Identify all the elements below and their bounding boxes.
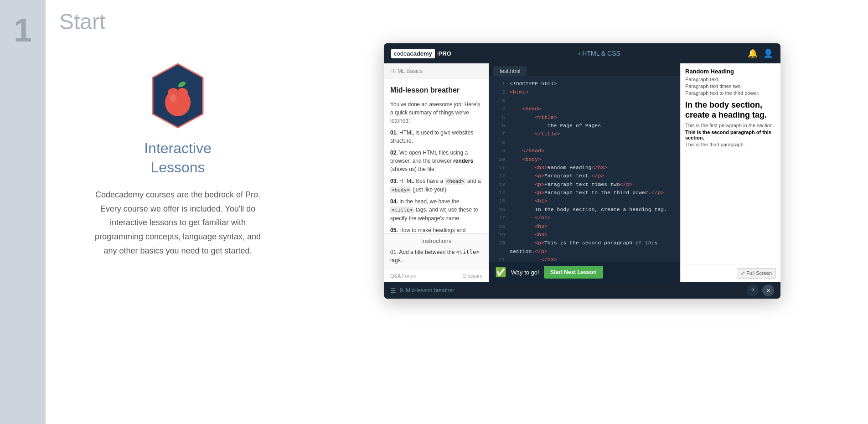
preview-p3: Paragraph text to the third power.: [685, 90, 776, 96]
lesson-panel-content[interactable]: Mid-lesson breather You've done an aweso…: [384, 79, 489, 233]
code-tab-bar: test.html: [489, 63, 680, 76]
lesson-description: Codecademy courses are the bedrock of Pr…: [91, 188, 264, 258]
ide-bottom-bar: ☰ 9. Mid-lesson breather ? ✕: [384, 282, 780, 299]
hex-icon-container: [148, 62, 207, 130]
code-content[interactable]: 1<!DOCTYPE html> 2<html> 3 4 <head> 5 <t…: [489, 76, 680, 262]
preview-p5: This is the second paragraph of this sec…: [685, 129, 776, 140]
preview-p4: This is the first paragraph in the secti…: [685, 123, 776, 128]
preview-p6: This is the third paragraph.: [685, 142, 776, 147]
ide-logo-pro: PRO: [438, 50, 451, 57]
code-line: 17 </h1>: [489, 214, 680, 222]
ide-logo: codeacademy / PRO: [391, 49, 451, 58]
instructions-header: Instructions: [390, 238, 482, 244]
preview-panel: Random Heading Paragraph text. Paragraph…: [680, 63, 780, 282]
preview-content: Random Heading Paragraph text. Paragraph…: [681, 63, 780, 264]
sidebar: 1: [0, 0, 46, 424]
code-line: 12 <p>Paragraph text.</p>: [489, 172, 680, 180]
code-line: 19 <h3>: [489, 231, 680, 239]
code-line: 16 In the body section, create a heading…: [489, 206, 680, 214]
lesson-step-3: 03. HTML files have a <head> and a <body…: [390, 177, 482, 194]
lesson-intro: You've done an awesome job! Here's a qui…: [390, 100, 482, 125]
code-line: 6 The Page of Pages: [489, 122, 680, 130]
code-line: 2<html>: [489, 88, 680, 96]
instructions-section: Instructions 01. Add a title between the…: [384, 233, 489, 269]
code-line: 4 <head>: [489, 105, 680, 113]
hamburger-icon[interactable]: ☰: [390, 287, 396, 294]
lesson-step-2: 02. We open HTML files using a browser, …: [390, 149, 482, 173]
code-panel: test.html 1<!DOCTYPE html> 2<html> 3 4 <…: [489, 63, 680, 282]
code-line: 18 <h3>: [489, 222, 680, 231]
svg-point-4: [170, 94, 176, 102]
code-line: 10 <body>: [489, 155, 680, 164]
instruction-1: 01. Add a title between the <title> tags…: [390, 248, 482, 264]
code-line: 1<!DOCTYPE html>: [489, 80, 680, 88]
preview-p1: Paragraph text.: [685, 77, 776, 82]
preview-h1: In the body section, create a heading ta…: [685, 100, 776, 120]
header-row: Start: [46, 0, 868, 34]
qa-forum-link[interactable]: Q&A Forum: [390, 273, 416, 279]
code-line: 8: [489, 139, 680, 147]
ide-course-title: ‹ HTML & CSS: [579, 50, 620, 57]
ide-bottom-nav-text: 9. Mid-lesson breather: [400, 287, 454, 294]
main-content: Start: [46, 0, 868, 424]
code-line: 5 <title>: [489, 114, 680, 122]
step-title: Start: [59, 9, 850, 34]
lesson-panel-footer: Q&A Forum Glossary: [384, 269, 489, 282]
close-icon[interactable]: ✕: [762, 284, 774, 296]
fullscreen-icon: ⤢: [741, 270, 745, 276]
code-line: 9 </head>: [489, 147, 680, 155]
lesson-panel-header: HTML Basics: [384, 63, 489, 79]
ide-icons: 🔔 👤: [748, 48, 773, 58]
ide-topbar: codeacademy / PRO ‹ HTML & CSS 🔔 👤: [384, 43, 780, 63]
code-line: 3: [489, 97, 680, 105]
ide-body: HTML Basics Mid-lesson breather You've d…: [384, 63, 780, 282]
glossary-link[interactable]: Glossary: [463, 273, 482, 279]
code-line: 21 </h3>: [489, 256, 680, 262]
user-icon[interactable]: 👤: [763, 48, 773, 58]
preview-footer: ⤢ Full Screen: [681, 264, 780, 282]
code-line: 7 </title>: [489, 130, 680, 138]
code-line: 13 <p>Paragraph text times two</p>: [489, 181, 680, 189]
code-bottom-bar: ✅ Way to go! Start Next Lesson: [489, 262, 680, 282]
preview-h3: Random Heading: [685, 68, 776, 75]
code-line: 15 <h1>: [489, 197, 680, 205]
apple-hexagon-icon: [148, 62, 207, 130]
fullscreen-button[interactable]: ⤢ Full Screen: [737, 268, 776, 279]
lesson-step-4: 04. In the head, we have the <title> tag…: [390, 197, 482, 222]
ide-window: codeacademy / PRO ‹ HTML & CSS 🔔 👤: [384, 43, 780, 299]
preview-p2: Paragraph text times two: [685, 83, 776, 89]
screenshot-area: codeacademy / PRO ‹ HTML & CSS 🔔 👤: [310, 34, 868, 308]
lesson-step-1: 01. HTML is used to give websites struct…: [390, 129, 482, 145]
lesson-step-5: 05. How to make headings and paragraphs.: [390, 226, 482, 234]
lesson-title: Interactive Lessons: [144, 139, 212, 177]
instructions-content: 01. Add a title between the <title> tags…: [390, 248, 482, 264]
content-row: Interactive Lessons Codecademy courses a…: [46, 34, 868, 424]
next-lesson-button[interactable]: Start Next Lesson: [544, 266, 603, 279]
ide-logo-box: codeacademy: [391, 49, 435, 58]
success-check-icon: ✅: [495, 267, 506, 278]
bell-icon[interactable]: 🔔: [748, 48, 758, 58]
lesson-content-title: Mid-lesson breather: [390, 85, 482, 96]
success-text: Way to go!: [511, 269, 539, 276]
code-line: 11 <h3>Random Heading</h3>: [489, 164, 680, 172]
step-number: 1: [14, 14, 32, 47]
lesson-panel: HTML Basics Mid-lesson breather You've d…: [384, 63, 489, 282]
code-tab[interactable]: test.html: [493, 66, 527, 76]
code-line: 14 <p>Paragraph text to the third power.…: [489, 189, 680, 197]
info-panel: Interactive Lessons Codecademy courses a…: [46, 34, 310, 424]
help-icon[interactable]: ?: [747, 284, 759, 296]
code-line: 20 <p>This is the second paragraph of th…: [489, 239, 680, 256]
